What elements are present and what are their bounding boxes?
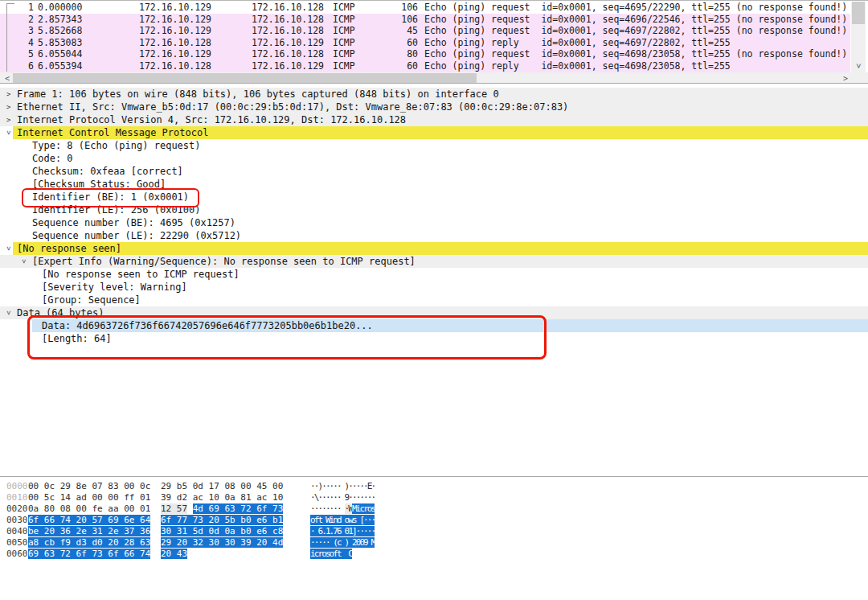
detail-row[interactable]: >Internet Control Message Protocol	[0, 126, 868, 139]
bytes: ········	[310, 503, 345, 514]
v-scrollbar-down-button[interactable]: >	[851, 60, 866, 72]
packet-details-pane: >Frame 1: 106 bytes on wire (848 bits), …	[0, 83, 868, 476]
detail-row[interactable]: Sequence number (BE): 4695 (0x1257)	[0, 216, 868, 229]
detail-row[interactable]: Code: 0	[0, 152, 868, 165]
hex-row[interactable]: 001000 5c 14 ad 00 00 ff 0139 d2 ac 10 0…	[0, 492, 868, 503]
packet-info: Echo (ping) request id=0x0001, seq=4698/…	[424, 48, 847, 60]
detail-row[interactable]: [Checksum Status: Good]	[0, 178, 868, 191]
bytes: 29 b5 0d 17 08 00 45 00	[161, 481, 283, 491]
hex-ascii: ········ ·WMicros	[310, 503, 375, 515]
wireshark-window: 10.000000172.16.10.129172.16.10.128ICMP1…	[0, 0, 868, 600]
chevron-right-icon[interactable]: >	[6, 113, 10, 126]
hex-row[interactable]: 00306f 66 74 20 57 69 6e 646f 77 73 20 5…	[0, 515, 868, 526]
packet-time: 2.857343	[38, 14, 82, 26]
hex-offset: 0000	[6, 481, 28, 492]
selected-bytes: 20 43	[161, 549, 187, 559]
packet-time: 5.853083	[38, 37, 82, 49]
packet-row[interactable]: 10.000000172.16.10.129172.16.10.128ICMP1…	[0, 2, 850, 14]
packet-row[interactable]: 66.055394172.16.10.128172.16.10.129ICMP6…	[0, 60, 850, 72]
packet-protocol: ICMP	[333, 48, 355, 60]
selected-bytes: Micros	[352, 503, 375, 514]
hex-ascii: ·\······ 9·······	[310, 492, 375, 503]
bytes: ·\······ 9·······	[310, 492, 375, 503]
detail-row[interactable]: [Length: 64]	[0, 332, 868, 345]
v-scrollbar-thumb[interactable]	[852, 2, 865, 24]
detail-row-text: [Length: 64]	[42, 332, 112, 345]
detail-row[interactable]: >Internet Protocol Version 4, Src: 172.1…	[0, 113, 868, 126]
detail-row[interactable]: Identifier (LE): 256 (0x0100)	[0, 203, 868, 216]
detail-row[interactable]: [Severity level: Warning]	[0, 281, 868, 294]
packet-destination: 172.16.10.128	[252, 25, 324, 37]
hex-row[interactable]: 000000 0c 29 8e 07 83 00 0c29 b5 0d 17 0…	[0, 481, 868, 492]
chevron-down-icon[interactable]: >	[6, 126, 10, 139]
packet-no: 6	[0, 60, 34, 72]
detail-row-text: Checksum: 0xfeaa [correct]	[32, 165, 183, 178]
hex-bytes-right: 29 b5 0d 17 08 00 45 00	[161, 481, 283, 492]
v-scrollbar[interactable]: >	[851, 2, 866, 72]
detail-row[interactable]: Data: 4d6963726f736f66742057696e646f7773…	[0, 319, 868, 332]
hex-ascii: ··)····· )·····E·	[310, 481, 375, 492]
detail-row-text: Code: 0	[32, 152, 73, 165]
packet-protocol: ICMP	[333, 2, 355, 14]
packet-length: 60	[376, 37, 418, 49]
selected-bytes: 4d 69 63 72 6f 73	[193, 503, 284, 514]
packet-destination: 172.16.10.128	[252, 14, 324, 26]
detail-row[interactable]: >Data (64 bytes)	[0, 306, 868, 319]
hex-bytes-left: 6f 66 74 20 57 69 6e 64	[28, 515, 150, 526]
packet-row[interactable]: 45.853083172.16.10.128172.16.10.129ICMP6…	[0, 37, 850, 49]
detail-row[interactable]: >Ethernet II, Src: Vmware_b5:0d:17 (00:0…	[0, 101, 868, 113]
scroll-down-icon: >	[852, 64, 865, 68]
packet-length: 60	[376, 60, 418, 72]
detail-row[interactable]: Checksum: 0xfeaa [correct]	[0, 165, 868, 178]
detail-row[interactable]: >[No response seen]	[0, 242, 868, 255]
detail-row[interactable]: [No response seen to ICMP request]	[0, 268, 868, 281]
detail-row-text: Frame 1: 106 bytes on wire (848 bits), 1…	[17, 88, 499, 101]
packet-row[interactable]: 22.857343172.16.10.129172.16.10.128ICMP1…	[0, 14, 850, 26]
detail-row[interactable]: Identifier (BE): 1 (0x0001)	[0, 191, 868, 203]
chevron-right-icon[interactable]: >	[6, 88, 10, 101]
chevron-down-icon[interactable]: >	[6, 242, 10, 255]
detail-row[interactable]: Type: 8 (Echo (ping) request)	[0, 139, 868, 152]
hex-bytes-left: 69 63 72 6f 73 6f 66 74	[28, 549, 150, 560]
detail-row[interactable]: >Frame 1: 106 bytes on wire (848 bits), …	[0, 88, 868, 101]
detail-row-text: Data: 4d6963726f736f66742057696e646f7773…	[42, 319, 373, 332]
packet-source: 172.16.10.128	[139, 37, 211, 49]
packet-source: 172.16.10.129	[139, 14, 211, 26]
hex-row[interactable]: 00200a 80 08 00 fe aa 00 0112 57 4d 69 6…	[0, 503, 868, 515]
hex-offset: 0060	[6, 549, 28, 560]
chevron-down-icon[interactable]: >	[6, 306, 10, 319]
packet-info: Echo (ping) reply id=0x0001, seq=4698/23…	[424, 60, 731, 72]
detail-row-text: Internet Protocol Version 4, Src: 172.16…	[17, 113, 406, 126]
hex-bytes-right: 20 43	[161, 549, 187, 560]
detail-row[interactable]: >[Expert Info (Warning/Sequence): No res…	[0, 255, 868, 268]
hex-row[interactable]: 0050a8 cb f9 d3 d0 20 28 6329 20 32 30 3…	[0, 537, 868, 549]
packet-protocol: ICMP	[333, 60, 355, 72]
detail-row-text: Sequence number (LE): 22290 (0x5712)	[32, 229, 241, 242]
packet-length: 45	[376, 25, 418, 37]
detail-row-text: [Checksum Status: Good]	[32, 178, 166, 191]
hex-row[interactable]: 0040be 20 36 2e 31 2e 37 3630 31 5d 0d 0…	[0, 526, 868, 537]
selected-bytes: 69 63 72 6f 73 6f 66 74	[28, 549, 150, 559]
hex-row[interactable]: 006069 63 72 6f 73 6f 66 7420 43icrosoft…	[0, 549, 868, 560]
hex-bytes-left: be 20 36 2e 31 2e 37 36	[28, 526, 150, 537]
packet-row[interactable]: 35.852668172.16.10.129172.16.10.128ICMP4…	[0, 25, 850, 37]
packet-row[interactable]: 56.055044172.16.10.129172.16.10.128ICMP8…	[0, 48, 850, 60]
packet-protocol: ICMP	[333, 37, 355, 49]
hex-bytes-left: 00 5c 14 ad 00 00 ff 01	[28, 492, 150, 503]
hex-ascii: ····· (c ) 2009 M	[310, 537, 375, 549]
detail-row[interactable]: Sequence number (LE): 22290 (0x5712)	[0, 229, 868, 242]
hex-bytes-left: a8 cb f9 d3 d0 20 28 63	[28, 537, 150, 549]
hex-bytes-right: 6f 77 73 20 5b b0 e6 b1	[161, 515, 283, 526]
detail-row[interactable]: [Group: Sequence]	[0, 294, 868, 306]
packet-destination: 172.16.10.128	[252, 2, 324, 14]
chevron-down-icon[interactable]: >	[22, 255, 26, 268]
chevron-right-icon[interactable]: >	[6, 101, 10, 113]
scroll-left-icon: <	[5, 74, 10, 83]
packet-time: 6.055394	[38, 60, 82, 72]
packet-destination: 172.16.10.129	[252, 60, 324, 72]
selected-bytes: 29 20 32 30 30 39 20 4d	[161, 537, 283, 548]
bytes: 00 5c 14 ad 00 00 ff 01	[28, 492, 150, 503]
detail-row-text: Ethernet II, Src: Vmware_b5:0d:17 (00:0c…	[17, 101, 568, 113]
hex-offset: 0030	[6, 515, 28, 526]
packet-length: 106	[376, 2, 418, 14]
